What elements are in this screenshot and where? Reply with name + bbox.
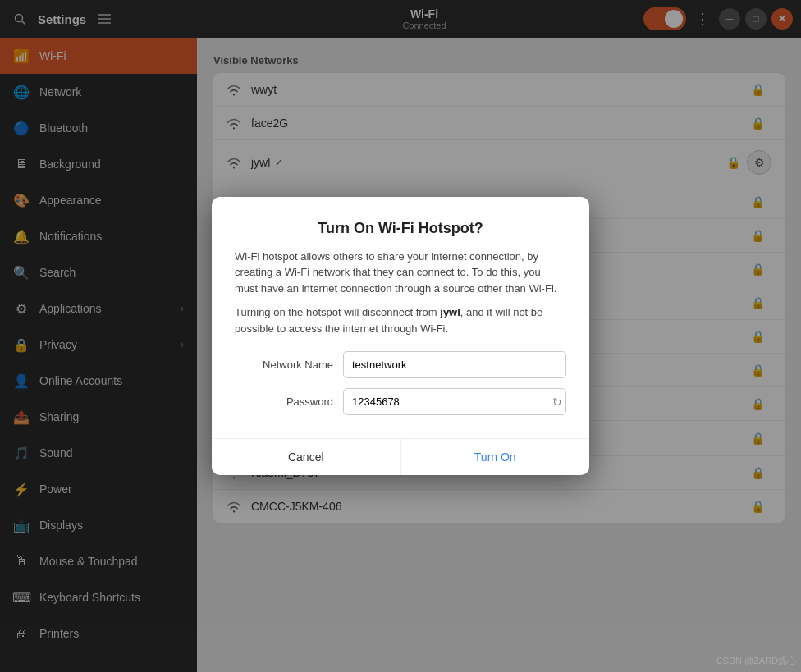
dialog-title: Turn On Wi-Fi Hotspot? <box>235 220 566 237</box>
dialog-desc2-prefix: Turning on the hotspot will disconnect f… <box>235 306 440 318</box>
cancel-button[interactable]: Cancel <box>212 439 401 475</box>
network-name-input[interactable] <box>343 351 566 378</box>
dialog-desc2-network: jywl <box>440 306 460 318</box>
dialog-description2: Turning on the hotspot will disconnect f… <box>235 304 566 336</box>
password-refresh-button[interactable]: ↻ <box>552 395 562 409</box>
watermark: CSDN @ZARD炼心 <box>716 655 796 667</box>
password-label: Password <box>235 395 333 408</box>
turn-on-button[interactable]: Turn On <box>401 439 590 475</box>
dialog-actions: Cancel Turn On <box>212 438 589 475</box>
network-name-label: Network Name <box>235 359 333 371</box>
network-name-field: Network Name <box>235 351 566 378</box>
overlay[interactable]: Turn On Wi-Fi Hotspot? Wi-Fi hotspot all… <box>0 0 801 672</box>
dialog: Turn On Wi-Fi Hotspot? Wi-Fi hotspot all… <box>212 197 589 476</box>
password-field: Password ↻ <box>235 388 566 415</box>
dialog-body: Turn On Wi-Fi Hotspot? Wi-Fi hotspot all… <box>212 197 589 439</box>
dialog-description1: Wi-Fi hotspot allows others to share you… <box>235 249 566 297</box>
password-input[interactable] <box>344 389 547 414</box>
password-field-suffix: ↻ <box>343 388 566 415</box>
